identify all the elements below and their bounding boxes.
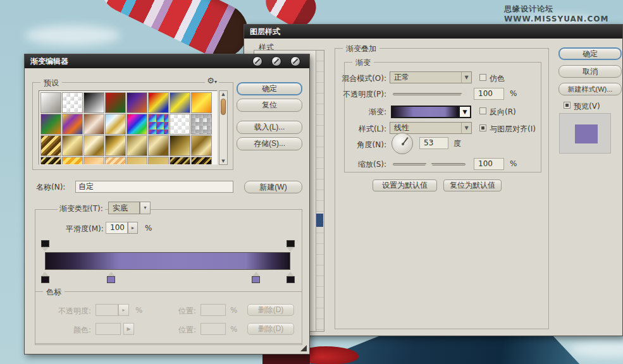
chevron-down-icon: ▼: [461, 72, 471, 83]
gradient-preset-blue-yellow-blue[interactable]: [170, 92, 190, 113]
gradient-preset-gold-dark[interactable]: [105, 135, 126, 156]
name-input[interactable]: 自定: [75, 181, 233, 193]
window-button-icon[interactable]: [271, 56, 281, 66]
gradient-preset-gold-fine-stripes[interactable]: [40, 157, 61, 165]
gradient-preset-bronze-dark-stripes[interactable]: [191, 157, 212, 165]
window-button-icon[interactable]: [252, 56, 262, 66]
type-dropdown[interactable]: 实底: [108, 202, 140, 214]
type-dropdown-arrow[interactable]: ▾: [140, 202, 151, 214]
smooth-value[interactable]: 100: [106, 222, 128, 234]
save-button[interactable]: 存储(S)...: [237, 137, 302, 150]
style-label: 样式(L):: [320, 124, 386, 135]
gradient-bar[interactable]: [45, 252, 290, 270]
gradient-editor-titlebar[interactable]: 渐变编辑器: [25, 54, 309, 68]
gradient-preset-amber-stripes[interactable]: [62, 157, 83, 165]
cloud: [25, 25, 120, 46]
gradient-preset-gray-transparent[interactable]: [191, 114, 212, 135]
smooth-spinner[interactable]: ▸: [128, 222, 138, 234]
stop-color-picker-arrow[interactable]: ▶: [123, 323, 134, 335]
gradient-preset-orange-yellow-orange[interactable]: [191, 92, 212, 113]
opacity-stop-0[interactable]: [41, 240, 49, 252]
gradient-preset-transparent-rainbow[interactable]: [148, 114, 169, 135]
blend-mode-dropdown[interactable]: 正常 ▼: [390, 71, 472, 83]
preset-scrollbar-thumb[interactable]: [221, 99, 226, 115]
ge-ok-button[interactable]: 确定: [237, 82, 302, 95]
cloud: [569, 341, 623, 358]
reverse-checkbox[interactable]: [479, 107, 486, 114]
align-layer-label: 与图层对齐(I): [490, 124, 536, 135]
angle-dial[interactable]: [392, 133, 413, 154]
gradient-preset-fg-to-transparent[interactable]: [62, 92, 83, 113]
align-layer-checkbox[interactable]: [479, 124, 486, 131]
new-gradient-button[interactable]: 新建(W): [244, 181, 302, 193]
layer-style-title: 图层样式: [250, 27, 280, 36]
scroll-up-icon[interactable]: ▲: [219, 92, 227, 97]
gradient-preset-gold-stripes[interactable]: [40, 135, 61, 156]
opacity-stop-100[interactable]: [287, 240, 295, 252]
stop-swatch: [41, 276, 49, 283]
preview-checkbox[interactable]: [564, 102, 571, 109]
stop-pointer: [41, 272, 49, 276]
gradient-preset-gold-soft[interactable]: [62, 135, 83, 156]
layer-style-titlebar[interactable]: 图层样式: [244, 25, 622, 39]
gradient-preset-gold-sheen[interactable]: [83, 135, 104, 156]
stop-pointer: [252, 272, 260, 276]
gradient-preset-sand-light[interactable]: [148, 157, 169, 165]
reset-default-button[interactable]: 复位为默认值: [443, 179, 502, 191]
make-default-button[interactable]: 设置为默认值: [373, 179, 437, 191]
preset-scrollbar[interactable]: ▲ ▼: [219, 90, 228, 165]
gradient-preset-blue-red-yellow[interactable]: [148, 92, 169, 113]
presets-menu[interactable]: ⚙▾: [205, 76, 219, 85]
gradient-preset-yellow-violet-orange-blue[interactable]: [62, 114, 83, 135]
gradient-preset-amber-soft[interactable]: [83, 157, 104, 165]
gradient-preset-chrome-gold[interactable]: [105, 114, 126, 135]
preset-swatch-grid: [39, 90, 218, 165]
scroll-down-icon[interactable]: ▼: [219, 159, 227, 164]
dither-checkbox[interactable]: [479, 74, 486, 81]
gradient-preset-gold-deep[interactable]: [170, 135, 190, 156]
window-button-icon[interactable]: [290, 56, 300, 66]
gradient-preset-gold-olive[interactable]: [126, 135, 147, 156]
delete-stop-button-2[interactable]: 删除(D): [247, 323, 294, 335]
gradient-preset-violet-green-orange[interactable]: [40, 114, 61, 135]
gradient-preset-white-transparent[interactable]: [170, 114, 190, 135]
gradient-preset-gold-band[interactable]: [191, 135, 212, 156]
gradient-preset-bronze-stripes[interactable]: [170, 157, 190, 165]
smooth-label: 平滑度(M):: [66, 224, 104, 234]
color-stop-0[interactable]: [41, 272, 49, 283]
scale-value[interactable]: 100: [474, 158, 504, 170]
angle-value[interactable]: 53: [419, 137, 448, 149]
gradient-preview-arrow[interactable]: ▼: [459, 106, 471, 118]
ok-button[interactable]: 确定: [558, 47, 622, 60]
gradient-preset-gold-pale[interactable]: [148, 135, 169, 156]
color-stop-100[interactable]: [287, 272, 295, 283]
chevron-down-icon: ▼: [461, 123, 471, 133]
stop-opacity-value[interactable]: [96, 304, 118, 316]
color-stop-27[interactable]: [107, 272, 115, 283]
blend-mode-value: 正常: [390, 72, 461, 83]
delete-stop-button-1[interactable]: 删除(D): [247, 304, 294, 316]
stop-color-swatch[interactable]: [96, 323, 121, 335]
ge-reset-button[interactable]: 复位: [237, 99, 302, 112]
new-style-button[interactable]: 新建样式(W)...: [558, 83, 622, 95]
color-stop-86[interactable]: [252, 272, 260, 283]
styles-list-selected-row[interactable]: [316, 214, 323, 227]
load-button[interactable]: 载入(L)...: [237, 121, 302, 134]
gradient-preset-sand[interactable]: [126, 157, 147, 165]
cancel-button[interactable]: 取消: [558, 65, 622, 78]
opacity-slider[interactable]: [393, 93, 466, 95]
gradient-preset-copper[interactable]: [83, 114, 104, 135]
gradient-preset-black-white[interactable]: [83, 92, 104, 113]
gradient-preset-red-green[interactable]: [105, 92, 126, 113]
resize-grip[interactable]: [300, 345, 307, 351]
gradient-preset-violet-orange[interactable]: [126, 92, 147, 113]
stop-pos-value-2[interactable]: [200, 323, 226, 335]
gradient-preview[interactable]: [391, 106, 459, 118]
gradient-preset-spectrum[interactable]: [126, 114, 147, 135]
opacity-value[interactable]: 100: [474, 88, 504, 100]
stop-pos-value-1[interactable]: [200, 304, 226, 316]
gradient-preset-fg-to-bg[interactable]: [40, 92, 61, 113]
stop-opacity-spinner[interactable]: ▸: [118, 304, 129, 316]
gradient-preset-peach-stripes[interactable]: [105, 157, 126, 165]
preview-label: 预览(V): [574, 101, 600, 112]
